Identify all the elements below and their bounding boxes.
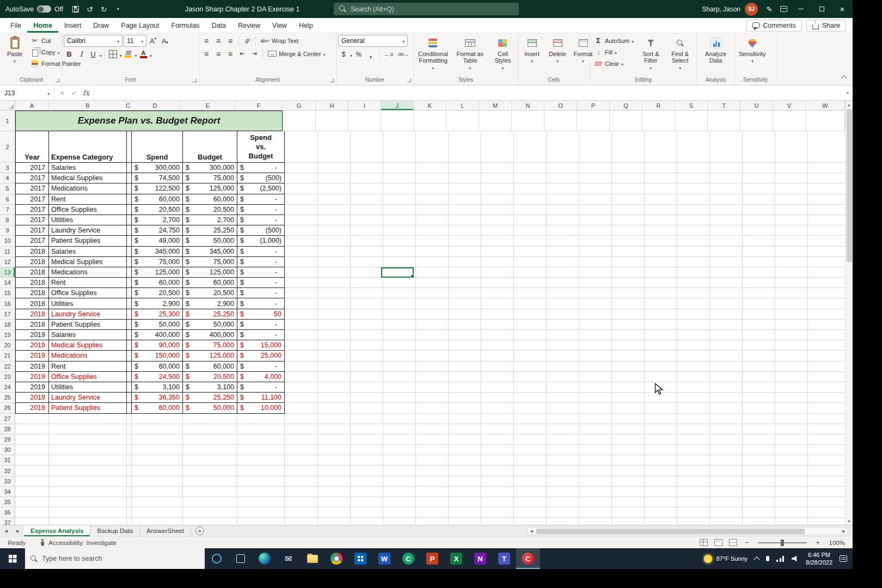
grid-cell[interactable] [318, 414, 351, 424]
grid-cell[interactable] [775, 257, 808, 267]
grid-cell[interactable] [351, 340, 383, 351]
grid-cell[interactable] [449, 257, 481, 267]
column-header-S[interactable]: S [675, 101, 708, 110]
grid-cell[interactable] [416, 414, 449, 424]
horizontal-scrollbar[interactable]: ◀ ▶ [527, 527, 848, 535]
grid-cell[interactable] [127, 278, 132, 288]
year-cell[interactable]: 2017 [15, 194, 49, 205]
grid-cell[interactable] [808, 465, 845, 476]
grid-cell[interactable] [449, 487, 481, 497]
grid-cell[interactable] [547, 278, 579, 288]
grid-cell[interactable] [775, 236, 808, 246]
grid-cell[interactable] [710, 183, 743, 194]
grid-cell[interactable] [127, 257, 132, 267]
page-break-view-icon[interactable] [729, 539, 737, 546]
grid-cell[interactable] [612, 518, 645, 525]
grid-cell[interactable] [775, 225, 808, 236]
sheet-tab-answersheet[interactable]: AnswerSheet [140, 525, 191, 536]
grid-cell[interactable] [612, 424, 645, 434]
grid-cell[interactable] [612, 183, 645, 194]
grid-cell[interactable] [183, 487, 237, 497]
grid-cell[interactable] [481, 393, 514, 403]
grid-cell[interactable] [775, 278, 808, 288]
grid-cell[interactable] [775, 163, 808, 173]
grid-cell[interactable] [416, 445, 449, 455]
tab-home[interactable]: Home [27, 18, 58, 33]
category-cell[interactable]: Medical Supplies [49, 340, 127, 351]
taskbar-app-camtasia-recorder[interactable]: C [516, 548, 540, 569]
grid-cell[interactable] [612, 247, 645, 257]
row-header-26[interactable]: 26 [0, 403, 15, 413]
grid-cell[interactable] [318, 257, 351, 267]
grid-cell[interactable] [449, 340, 481, 351]
grid-cell[interactable] [132, 497, 183, 507]
grid-cell[interactable] [775, 455, 808, 465]
decrease-decimal-button[interactable] [396, 48, 409, 60]
grid-cell[interactable] [285, 445, 318, 455]
grid-cell[interactable] [710, 445, 743, 455]
grid-cell[interactable] [677, 382, 710, 393]
grid-cell[interactable] [383, 330, 416, 340]
grid-cell[interactable] [351, 403, 383, 413]
grid-cell[interactable] [318, 298, 351, 309]
grid-cell[interactable] [514, 455, 547, 465]
grid-cell[interactable] [577, 111, 610, 131]
grid-cell[interactable] [579, 278, 612, 288]
grid-cell[interactable] [481, 497, 514, 507]
column-header-U[interactable]: U [740, 101, 773, 110]
grid-cell[interactable] [579, 330, 612, 340]
category-cell[interactable]: Office Supplies [49, 205, 127, 215]
grid-cell[interactable] [416, 194, 449, 205]
grid-cell[interactable] [449, 131, 481, 163]
grid-cell[interactable] [579, 434, 612, 445]
microphone-icon[interactable] [766, 556, 769, 561]
grid-cell[interactable] [318, 518, 351, 525]
tab-page-layout[interactable]: Page Layout [115, 18, 165, 33]
grid-cell[interactable] [743, 455, 775, 465]
grid-cell[interactable] [285, 298, 318, 309]
grid-cell[interactable] [49, 476, 127, 487]
grid-cell[interactable] [775, 487, 808, 497]
ribbon-display-options-icon[interactable] [776, 2, 791, 17]
grid-cell[interactable] [514, 382, 547, 393]
grid-cell[interactable] [775, 465, 808, 476]
grid-cell[interactable] [351, 507, 383, 518]
grid-cell[interactable] [318, 403, 351, 413]
grid-cell[interactable] [383, 372, 416, 382]
grid-cell[interactable] [351, 225, 383, 236]
grid-cell[interactable] [127, 518, 132, 525]
grid-cell[interactable] [743, 330, 775, 340]
grid-cell[interactable] [547, 507, 579, 518]
grid-cell[interactable] [383, 424, 416, 434]
year-cell[interactable]: 2018 [15, 257, 49, 267]
decrease-indent-button[interactable] [237, 48, 248, 59]
grid-cell[interactable] [612, 298, 645, 309]
grid-cell[interactable] [481, 362, 514, 372]
grid-cell[interactable] [612, 372, 645, 382]
budget-cell[interactable]: $2,900 [183, 298, 237, 309]
grid-cell[interactable] [612, 288, 645, 298]
grid-cell[interactable] [481, 465, 514, 476]
grid-cell[interactable] [514, 445, 547, 455]
budget-cell[interactable]: $60,000 [183, 194, 237, 205]
grid-cell[interactable] [481, 267, 514, 278]
spend-cell[interactable]: $345,000 [132, 247, 183, 257]
grid-cell[interactable] [710, 340, 743, 351]
category-cell[interactable]: Medications [49, 267, 127, 278]
year-cell[interactable]: 2018 [15, 267, 49, 278]
var-cell[interactable]: $- [237, 298, 285, 309]
grid-cell[interactable] [677, 194, 710, 205]
grid-cell[interactable] [481, 298, 514, 309]
grid-cell[interactable] [645, 225, 677, 236]
grid-cell[interactable] [481, 518, 514, 525]
grid-cell[interactable] [677, 288, 710, 298]
grid-cell[interactable] [547, 257, 579, 267]
grid-cell[interactable] [285, 225, 318, 236]
grid-cell[interactable] [775, 194, 808, 205]
grid-cell[interactable] [579, 205, 612, 215]
grid-cell[interactable] [612, 278, 645, 288]
grid-cell[interactable] [481, 476, 514, 487]
share-button[interactable]: Share [806, 20, 846, 32]
grid-cell[interactable] [808, 518, 845, 525]
grid-cell[interactable] [351, 497, 383, 507]
